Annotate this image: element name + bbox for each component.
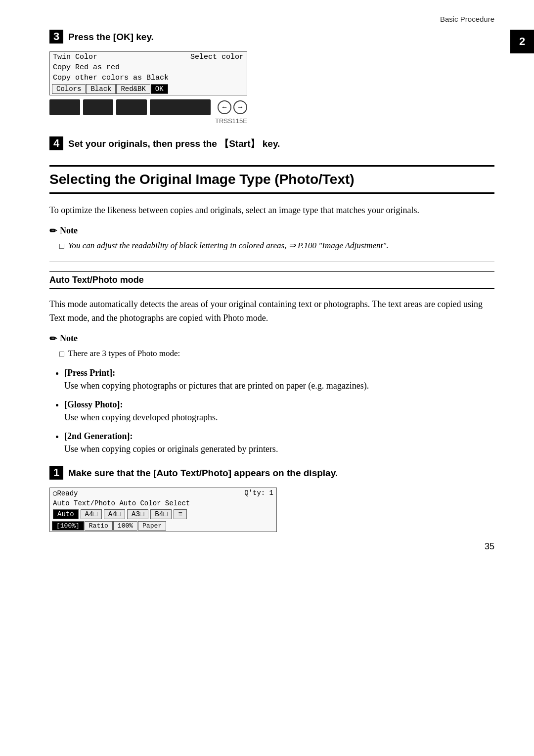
lcd2-cell-a4-2[interactable]: A4□ — [104, 509, 125, 519]
step1b-text: Make sure that the [Auto Text/Photo] app… — [68, 468, 338, 479]
note2-checkbox: □ — [59, 348, 64, 360]
phys-btn-3[interactable] — [116, 99, 147, 115]
phys-btn-wide[interactable] — [150, 99, 211, 115]
note1-heading: ✏ Note — [49, 225, 494, 236]
bullet-list: [Press Print]: Use when copying photogra… — [64, 368, 494, 456]
step1b-number: 1 — [49, 466, 63, 480]
lcd2-btn-paper[interactable]: Paper — [138, 521, 166, 531]
lcd-title-left: Twin Color — [53, 53, 97, 61]
lcd-display-1: Twin Color Select color Copy Red as red … — [49, 51, 247, 95]
lcd-row1: Copy Red as red — [50, 62, 247, 73]
lcd2-cell-a3[interactable]: A3□ — [127, 509, 148, 519]
lcd-row2: Copy other colors as Black — [50, 73, 247, 83]
pencil-icon-2: ✏ — [49, 333, 57, 344]
auto-section-body: This mode automatically detects the area… — [49, 298, 494, 325]
step4-number: 4 — [49, 136, 63, 150]
lcd-btn-colors[interactable]: Colors — [52, 84, 86, 94]
step3-heading: 3 Press the [OK] key. — [49, 30, 494, 44]
page-section-label: Basic Procedure — [440, 15, 494, 23]
lcd-btn-redbk[interactable]: Red&BK — [116, 84, 150, 94]
list-item: [Press Print]: Use when copying photogra… — [64, 368, 494, 393]
lcd-title-row: Twin Color Select color — [50, 52, 247, 62]
divider-1 — [49, 261, 494, 262]
lcd-btn-ok[interactable]: OK — [151, 84, 168, 94]
bullet-text-1: Use when copying photographs or pictures… — [64, 379, 494, 393]
step3-number: 3 — [49, 30, 63, 44]
lcd-btn-black[interactable]: Black — [86, 84, 116, 94]
chapter-badge: 2 — [510, 30, 534, 53]
lcd2-mode-text: Auto Text/Photo Auto Color Select — [53, 499, 190, 507]
lcd2-qty: Q'ty: 1 — [244, 489, 273, 497]
bullet-text-3: Use when copying copies or originals gen… — [64, 443, 494, 456]
phys-btn-1[interactable] — [49, 99, 80, 115]
phys-btn-2[interactable] — [83, 99, 114, 115]
step1b-heading: 1 Make sure that the [Auto Text/Photo] a… — [49, 466, 494, 480]
intro-paragraph: To optimize the likeness between copies … — [49, 204, 494, 218]
step3-text: Press the [OK] key. — [68, 32, 154, 43]
lcd2-btn-ratio[interactable]: Ratio — [85, 521, 113, 531]
note1-checkbox: □ — [59, 240, 64, 252]
physical-buttons-row: ← → — [49, 99, 247, 115]
page-number: 35 — [485, 541, 494, 552]
bullet-title-1: [Press Print]: — [64, 368, 494, 378]
auto-section-bar: Auto Text/Photo mode — [49, 271, 494, 289]
list-item: [Glossy Photo]: Use when copying develop… — [64, 400, 494, 424]
note2-item: □ There are 3 types of Photo mode: — [59, 347, 494, 360]
step4-heading: 4 Set your originals, then press the 【St… — [49, 136, 494, 150]
note2-heading: ✏ Note — [49, 333, 494, 344]
note1-heading-text: Note — [60, 225, 78, 236]
auto-section-title: Auto Text/Photo mode — [49, 275, 144, 285]
lcd-title-right: Select color — [190, 53, 244, 61]
nav-left-arrow[interactable]: ← — [218, 100, 231, 114]
bullet-title-3: [2nd Generation]: — [64, 431, 494, 442]
section-title-bar: Selecting the Original Image Type (Photo… — [49, 165, 494, 194]
lcd2-cell-auto[interactable]: Auto — [53, 509, 79, 519]
lcd2-row1: ◯Ready Q'ty: 1 — [50, 488, 276, 498]
bullet-text-2: Use when copying developed photographs. — [64, 411, 494, 424]
note1-item: □ You can adjust the readability of blac… — [59, 239, 494, 252]
pencil-icon-1: ✏ — [49, 225, 57, 236]
lcd2-cell-menu[interactable]: ≡ — [174, 509, 186, 519]
lcd2-ready: ◯Ready — [53, 489, 78, 497]
nav-right-arrow[interactable]: → — [233, 100, 247, 114]
lcd2-row4: [100%] Ratio 100% Paper — [50, 520, 276, 532]
lcd2-cell-b4[interactable]: B4□ — [150, 509, 172, 519]
lcd-row2-text: Copy other colors as Black — [53, 74, 169, 82]
image-caption: TRSS115E — [49, 117, 247, 125]
lcd2-btn-100[interactable]: [100%] — [52, 521, 84, 531]
bullet-title-2: [Glossy Photo]: — [64, 400, 494, 410]
section-title: Selecting the Original Image Type (Photo… — [49, 172, 355, 187]
lcd2-row2: Auto Text/Photo Auto Color Select — [50, 498, 276, 508]
lcd2-btn-100pct[interactable]: 100% — [113, 521, 137, 531]
step4-text: Set your originals, then press the 【Star… — [68, 137, 280, 150]
note2-text: There are 3 types of Photo mode: — [68, 347, 180, 360]
lcd-buttons-row: Colors Black Red&BK OK — [50, 83, 247, 95]
lcd2-cell-a4-1[interactable]: A4□ — [81, 509, 102, 519]
lcd-row1-text: Copy Red as red — [53, 63, 120, 72]
note2-section: ✏ Note □ There are 3 types of Photo mode… — [49, 333, 494, 360]
list-item: [2nd Generation]: Use when copying copie… — [64, 431, 494, 456]
lcd2-row3: Auto A4□ A4□ A3□ B4□ ≡ — [50, 508, 276, 520]
note2-heading-text: Note — [60, 333, 78, 344]
note1-section: ✏ Note □ You can adjust the readability … — [49, 225, 494, 252]
note1-text: You can adjust the readability of black … — [68, 239, 389, 252]
lcd-display-2: ◯Ready Q'ty: 1 Auto Text/Photo Auto Colo… — [49, 488, 277, 532]
nav-buttons: ← → — [218, 100, 247, 114]
